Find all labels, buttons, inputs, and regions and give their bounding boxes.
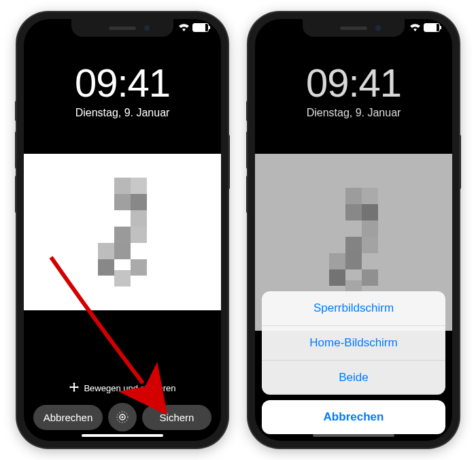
pixelated-image	[82, 178, 163, 286]
home-indicator[interactable]	[313, 434, 394, 437]
date-label: Dienstag, 9. Januar	[24, 107, 221, 119]
move-scale-hint: Bewegen und skalieren	[33, 382, 211, 393]
save-button[interactable]: Sichern	[142, 405, 211, 430]
set-lock-screen-button[interactable]: Sperrbildschirm	[262, 291, 445, 326]
phone-right: 09:41 Dienstag, 9. Januar Live Photo: Ei…	[248, 12, 459, 448]
bottom-toolbar: Bewegen und skalieren Abbrechen Sichern	[24, 382, 221, 441]
hint-text: Bewegen und skalieren	[84, 383, 175, 393]
screen-right: 09:41 Dienstag, 9. Januar Live Photo: Ei…	[255, 19, 452, 441]
svg-point-2	[122, 416, 124, 418]
phone-left: 09:41 Dienstag, 9. Januar Bewegen und sk…	[17, 12, 228, 448]
set-both-button[interactable]: Beide	[262, 361, 445, 395]
battery-icon	[192, 23, 209, 32]
wifi-icon	[179, 24, 189, 31]
status-bar	[179, 23, 209, 32]
cancel-button[interactable]: Abbrechen	[33, 405, 103, 430]
notch	[71, 19, 173, 37]
action-sheet-options: Sperrbildschirm Home-Bildschirm Beide	[262, 291, 445, 395]
sheet-cancel-button[interactable]: Abbrechen	[262, 400, 445, 434]
live-photo-toggle[interactable]	[108, 403, 137, 431]
notch	[303, 19, 405, 37]
wallpaper-preview[interactable]	[24, 154, 221, 310]
battery-icon	[424, 23, 440, 32]
wifi-icon	[410, 24, 420, 31]
screen-left: 09:41 Dienstag, 9. Januar Bewegen und sk…	[24, 19, 221, 441]
set-home-screen-button[interactable]: Home-Bildschirm	[262, 326, 445, 361]
move-icon	[69, 382, 80, 393]
action-sheet: Sperrbildschirm Home-Bildschirm Beide Ab…	[262, 291, 445, 434]
stage: 09:41 Dienstag, 9. Januar Bewegen und sk…	[0, 0, 476, 460]
time-label: 09:41	[24, 60, 221, 105]
live-photo-icon	[115, 410, 130, 425]
home-indicator[interactable]	[82, 434, 163, 437]
status-bar	[410, 23, 440, 32]
